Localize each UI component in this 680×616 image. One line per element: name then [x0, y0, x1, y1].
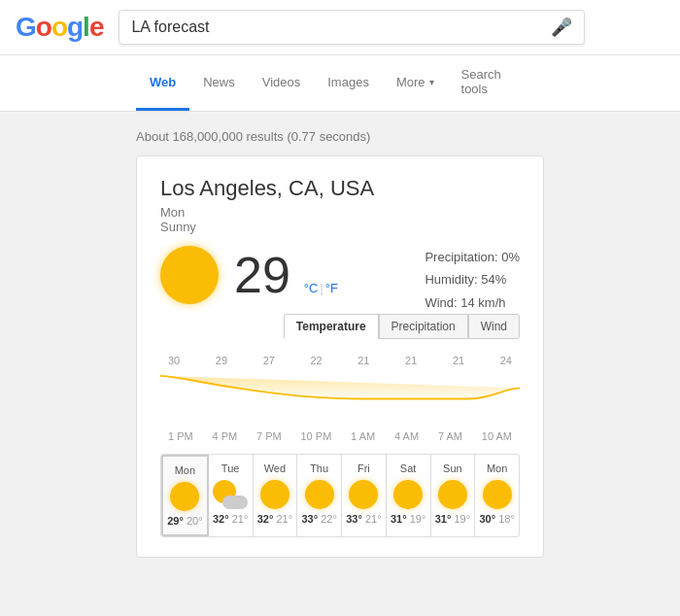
precipitation-detail: Precipitation: 0%	[425, 246, 520, 268]
day-temperatures: 29° 20°	[167, 515, 203, 527]
more-dropdown-arrow: ▾	[429, 77, 434, 87]
forecast-day-2[interactable]: Wed32° 21°	[254, 455, 298, 536]
sun-icon	[260, 480, 289, 509]
weekly-forecast: Mon29° 20°Tue32° 21°Wed32° 21°Thu33° 22°…	[160, 454, 520, 537]
city-name: Los Angeles, CA, USA	[160, 176, 520, 201]
chart-temp-labels: 30 29 27 22 21 21 21 24	[160, 355, 520, 366]
day-name: Wed	[257, 462, 293, 474]
humidity-detail: Humidity: 54%	[425, 268, 520, 291]
sun-icon	[305, 480, 334, 509]
high-temp: 32°	[213, 513, 229, 525]
low-temp: 22°	[321, 513, 337, 525]
day-name: Sun	[435, 462, 471, 474]
sun-icon	[349, 480, 378, 509]
unit-separator: |	[320, 281, 323, 295]
day-temperatures: 33° 22°	[301, 513, 337, 525]
weather-card: Los Angeles, CA, USA Mon Sunny 29 °C | °…	[136, 155, 544, 558]
low-temp: 21°	[276, 513, 292, 525]
day-temperatures: 31° 19°	[435, 513, 471, 525]
day-temperatures: 32° 21°	[213, 513, 249, 525]
current-temperature: 29	[234, 250, 290, 300]
day-temperatures: 30° 18°	[479, 513, 515, 525]
wind-detail: Wind: 14 km/h	[425, 291, 520, 314]
high-temp: 31°	[435, 513, 452, 525]
tab-precipitation[interactable]: Precipitation	[379, 314, 468, 339]
day-temperatures: 31° 19°	[391, 513, 426, 525]
low-temp: 18°	[498, 513, 515, 525]
high-temp: 29°	[167, 515, 184, 527]
sun-icon	[483, 480, 512, 509]
navigation: Web News Videos Images More ▾ Search too…	[0, 55, 680, 112]
high-temp: 33°	[301, 513, 318, 525]
mic-icon[interactable]: 🎤	[551, 17, 572, 38]
low-temp: 20°	[187, 515, 203, 527]
nav-item-images[interactable]: Images	[314, 55, 383, 111]
forecast-day-3[interactable]: Thu33° 22°	[297, 455, 342, 536]
low-temp: 21°	[232, 513, 249, 525]
chart-tabs: Temperature Precipitation Wind	[284, 314, 520, 339]
forecast-day-7[interactable]: Mon30° 18°	[475, 455, 519, 536]
day-name: Sat	[391, 462, 426, 474]
day-name: Mon	[479, 462, 515, 474]
tab-wind[interactable]: Wind	[468, 314, 520, 339]
unit-celsius[interactable]: °C	[304, 281, 319, 295]
high-temp: 30°	[479, 513, 495, 525]
day-name: Mon	[167, 464, 203, 476]
day-name: Thu	[301, 462, 337, 474]
day-name: Fri	[346, 462, 382, 474]
forecast-day-4[interactable]: Fri33° 21°	[342, 455, 387, 536]
high-temp: 33°	[346, 513, 362, 525]
nav-item-web[interactable]: Web	[136, 55, 189, 111]
search-input[interactable]	[131, 18, 551, 36]
nav-item-news[interactable]: News	[189, 55, 249, 111]
unit-toggle: °C | °F	[304, 273, 338, 295]
forecast-day-1[interactable]: Tue32° 21°	[209, 455, 254, 536]
day-temperatures: 33° 21°	[346, 513, 382, 525]
sun-icon	[170, 482, 199, 511]
weather-icon-sun	[160, 246, 219, 304]
tab-temperature[interactable]: Temperature	[284, 314, 379, 339]
forecast-day-0[interactable]: Mon29° 20°	[161, 455, 209, 536]
forecast-day-6[interactable]: Sun31° 19°	[431, 455, 476, 536]
chart-svg	[160, 368, 520, 427]
temperature-chart: 30 29 27 22 21 21 21 24	[160, 355, 520, 442]
nav-item-more[interactable]: More ▾	[383, 55, 448, 111]
low-temp: 19°	[410, 513, 426, 525]
partly-cloudy-icon	[213, 480, 248, 509]
day-name: Tue	[213, 462, 249, 474]
unit-fahrenheit[interactable]: °F	[325, 281, 338, 295]
sun-icon	[393, 480, 423, 509]
forecast-day-5[interactable]: Sat31° 19°	[387, 455, 431, 536]
high-temp: 31°	[391, 513, 407, 525]
google-logo: Google	[16, 12, 103, 43]
nav-item-search-tools[interactable]: Search tools	[448, 55, 544, 111]
current-weather-section: 29 °C | °F Precipitation: 0% Humidity: 5…	[160, 246, 520, 314]
sun-icon	[438, 480, 467, 509]
weather-details: Precipitation: 0% Humidity: 54% Wind: 14…	[425, 246, 520, 314]
content-area: About 168,000,000 results (0.77 seconds)…	[0, 112, 680, 616]
low-temp: 21°	[365, 513, 382, 525]
day-label: Mon	[160, 205, 520, 220]
low-temp: 19°	[454, 513, 470, 525]
condition-label: Sunny	[160, 220, 520, 234]
nav-item-videos[interactable]: Videos	[249, 55, 315, 111]
chart-time-labels: 1 PM 4 PM 7 PM 10 PM 1 AM 4 AM 7 AM 10 A…	[160, 430, 520, 442]
search-bar: 🎤	[119, 10, 585, 45]
day-temperatures: 32° 21°	[257, 513, 293, 525]
header: Google 🎤	[0, 0, 680, 55]
result-count: About 168,000,000 results (0.77 seconds)	[136, 129, 544, 144]
high-temp: 32°	[257, 513, 274, 525]
